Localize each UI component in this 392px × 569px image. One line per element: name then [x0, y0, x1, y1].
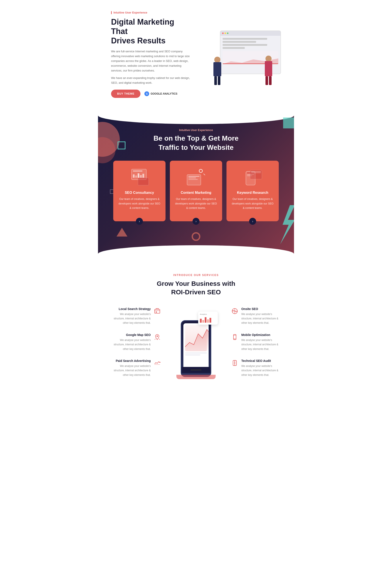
mini-bar	[205, 317, 207, 323]
content-card-desc: Our team of creatives, designers & devel…	[175, 197, 217, 210]
services-section: INTRODUCE OUR SERVICES Grow Your Busines…	[98, 258, 294, 390]
wave-inner: Intuitive User Experience Be on the Top …	[98, 111, 294, 258]
services-grid: Local Search Strategy We analyse your we…	[111, 307, 281, 377]
browser-dot-red	[222, 32, 224, 34]
google-analytics-button[interactable]: G GOOGLE ANALYTICS	[144, 91, 177, 96]
service-desc-technical: We analyse your website's structure, int…	[241, 364, 281, 377]
service-item-map: Google Map SEO We analyse your website's…	[111, 333, 161, 351]
person-leg	[269, 76, 272, 85]
icon-line	[188, 178, 196, 178]
phone-stat-bar	[185, 352, 207, 354]
services-right-column: Onsite SEO We analyse your website's str…	[226, 307, 281, 377]
svg-rect-1	[155, 309, 160, 313]
icon-bars	[133, 172, 145, 178]
keyword-card-icon-area	[232, 167, 274, 187]
services-left-column: Local Search Strategy We analyse your we…	[111, 307, 166, 377]
browser-line	[223, 44, 267, 46]
hero-section: Intuitive User Experience Digital Market…	[98, 0, 294, 107]
person-body-1	[213, 62, 221, 76]
keyword-card-button[interactable]: ›	[249, 218, 256, 225]
browser-dot-green	[227, 32, 228, 34]
phone-home-indicator	[191, 370, 201, 370]
browser-line	[223, 41, 256, 43]
google-map-icon	[153, 333, 161, 341]
services-title: Grow Your Business with ROI-Driven SEO	[111, 279, 281, 296]
services-tagline: INTRODUCE OUR SERVICES	[111, 274, 281, 277]
service-text-technical: Technical SEO Audit We analyse your webs…	[241, 359, 281, 377]
hero-title-line2: Drives Results	[111, 36, 166, 45]
hero-title: Digital Marketing That Drives Results	[111, 17, 193, 45]
seo-icon	[130, 169, 149, 185]
mini-bar	[207, 319, 209, 323]
icon-line	[188, 179, 198, 180]
content-card-title: Content Marketing	[175, 191, 217, 195]
service-text-mobile: Mobile Optimization We analyse your webs…	[241, 333, 281, 351]
service-title-mobile: Mobile Optimization	[241, 333, 281, 337]
svg-rect-3	[156, 312, 157, 313]
chart-label: Analytics	[200, 313, 216, 315]
magnifier-handle	[203, 174, 205, 175]
seo-card-desc: Our team of creatives, designers & devel…	[118, 197, 160, 210]
keyword-icon	[243, 169, 262, 185]
phone-base	[176, 375, 216, 379]
wave-title: Be on the Top & Get More Traffic to Your…	[111, 134, 281, 152]
service-title-paid: Paid Search Advertising	[111, 359, 151, 362]
deco-ring	[192, 232, 200, 241]
services-title-line2: ROI-Driven SEO	[171, 288, 221, 296]
hero-title-line1: Digital Marketing That	[111, 17, 174, 36]
service-text-onsite: Onsite SEO We analyse your website's str…	[241, 307, 281, 325]
phone-chart-area	[185, 325, 207, 351]
analytics-label: GOOGLE ANALYTICS	[151, 92, 177, 95]
service-desc-map: We analyse your website's structure, int…	[111, 338, 151, 351]
icon-book	[187, 174, 201, 185]
keyword-card-title: Keyword Research	[232, 191, 274, 195]
phone-stat-bar	[185, 354, 200, 356]
service-desc-onsite: We analyse your website's structure, int…	[241, 312, 281, 325]
service-desc-local: We analyse your website's structure, int…	[111, 312, 151, 325]
icon-magnifier	[199, 169, 205, 176]
person-head-1	[214, 57, 220, 63]
mini-bars	[200, 316, 216, 323]
phone-chart-svg	[185, 325, 209, 351]
icon-line	[188, 176, 199, 177]
wave-tagline: Intuitive User Experience	[111, 128, 281, 132]
service-item-local: Local Search Strategy We analyse your we…	[111, 307, 161, 325]
service-text-map: Google Map SEO We analyse your website's…	[111, 333, 151, 351]
service-title-technical: Technical SEO Audit	[241, 359, 281, 362]
local-search-icon	[153, 307, 161, 315]
service-title-map: Google Map SEO	[111, 333, 151, 337]
icon-bar	[140, 175, 142, 178]
analytics-icon: G	[144, 91, 149, 96]
icon-bar	[142, 174, 144, 178]
service-text-paid: Paid Search Advertising We analyse your …	[111, 359, 151, 377]
service-cards-row: SEO Consultancy Our team of creatives, d…	[111, 161, 281, 221]
content-card-icon-area	[175, 167, 217, 187]
person-leg	[266, 76, 268, 85]
svg-point-4	[157, 335, 158, 337]
keyword-card: Keyword Research Our team of creatives, …	[226, 161, 279, 221]
service-title-local: Local Search Strategy	[111, 307, 151, 311]
onsite-seo-icon	[231, 307, 239, 315]
service-desc-paid: We analyse your website's structure, int…	[111, 364, 151, 377]
services-title-line1: Grow Your Business with	[157, 280, 235, 287]
mini-bar	[210, 318, 211, 323]
icon-bar	[135, 176, 137, 178]
browser-dot-yellow	[224, 32, 226, 34]
person-figure-1	[213, 57, 221, 85]
mini-bar	[200, 319, 202, 323]
hero-content: Intuitive User Experience Digital Market…	[111, 11, 193, 98]
content-card-button[interactable]: ›	[193, 218, 199, 225]
hero-desc1: We are full-service Internet marketing a…	[111, 49, 193, 73]
buy-theme-button[interactable]: BUY THEME	[111, 90, 140, 98]
wave-section: Intuitive User Experience Be on the Top …	[98, 111, 294, 258]
person-leg	[214, 76, 217, 85]
float-bar	[251, 171, 261, 172]
service-item-mobile: Mobile Optimization We analyse your webs…	[231, 333, 281, 351]
hero-illustration	[207, 28, 281, 85]
browser-bar	[220, 31, 280, 36]
person-leg	[218, 76, 220, 85]
seo-card-button[interactable]: ›	[136, 218, 143, 225]
phone-bottom-bar	[182, 367, 210, 373]
service-desc-mobile: We analyse your website's structure, int…	[241, 338, 281, 351]
seo-card-icon-area	[118, 167, 160, 187]
